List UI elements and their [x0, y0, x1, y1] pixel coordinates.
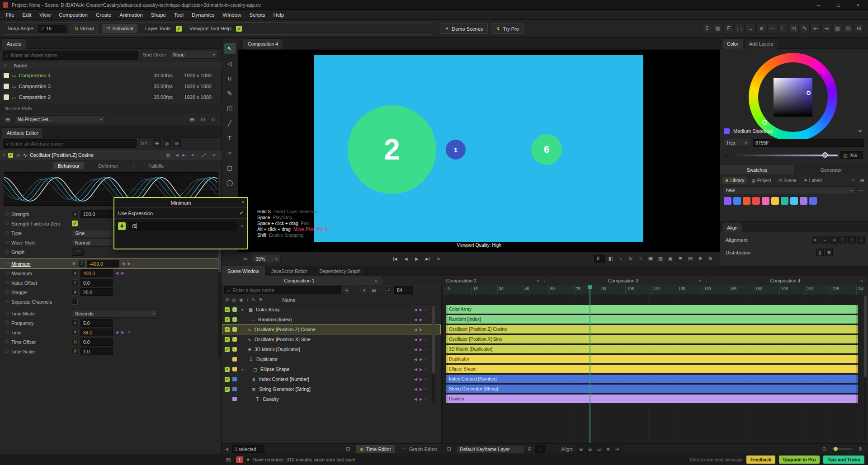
keyframe-dot-icon[interactable] [5, 321, 9, 324]
audio-icon[interactable]: ♪ [617, 254, 625, 263]
keyframe-dot-icon[interactable] [5, 241, 9, 244]
swatch-6[interactable] [781, 197, 788, 205]
popup-title-bar[interactable]: Minimum × [114, 198, 247, 208]
keyframe-dot-icon[interactable] [5, 231, 9, 235]
keyframe-dot-icon[interactable] [5, 340, 9, 343]
swatch-4[interactable] [762, 197, 769, 205]
shape-circle[interactable]: 6 [531, 134, 562, 165]
columns-icon[interactable]: ▥ [832, 23, 842, 33]
hash-badge[interactable]: # [72, 279, 79, 286]
keyframe-circle-icon[interactable]: ○ [425, 347, 427, 352]
close-icon[interactable]: × [859, 278, 864, 283]
keyframe-dot-icon[interactable] [5, 250, 9, 254]
panel-toggle-icon[interactable]: ▤ [224, 456, 232, 464]
hash-badge[interactable]: # [72, 211, 79, 217]
zoom-in-icon[interactable]: ⊕ [856, 445, 864, 453]
tips-and-tricks-button[interactable]: Tips and Tricks [823, 456, 864, 464]
menu-edit[interactable]: Edit [19, 10, 36, 20]
go-to-start-button[interactable]: |◀ [390, 254, 400, 263]
layer-row-duplicator[interactable]: ⠿Duplicator◀▶○ [222, 355, 440, 364]
prev-keyframe-arrow[interactable]: ◀ [115, 271, 119, 275]
menu-animation[interactable]: Animation [116, 10, 147, 20]
align-lines-icon[interactable]: ≡ [756, 23, 766, 33]
text-tool[interactable]: T [224, 132, 236, 144]
viewport-area[interactable]: 216 Hold SDirect Layer SelectionSpacePla… [238, 50, 720, 252]
layer-tools-checkbox[interactable]: ✓ [176, 26, 182, 32]
palette-dropdown[interactable]: new▾ [723, 186, 855, 194]
layer-row-cavalry[interactable]: TCavalry◀▶○ [222, 395, 440, 404]
layer-row-color-array[interactable]: ✓▾▦Color Array◀▶○ [222, 305, 440, 314]
enabled-checkbox[interactable]: ✓ [225, 327, 230, 332]
keyframe-circle-icon[interactable]: ○ [425, 397, 427, 401]
folder-icon[interactable]: ▤ [188, 115, 196, 123]
settings-gear-icon[interactable]: ⚙ [706, 254, 714, 263]
keyframe-dot-icon[interactable] [5, 212, 9, 216]
dropdown[interactable]: Sine▾ [72, 229, 119, 237]
next-keyframe-arrow[interactable]: ▶ [419, 377, 423, 381]
prev-keyframe-arrow[interactable]: ◀ [175, 153, 179, 157]
prev-keyframe-arrow[interactable]: ◀ [414, 377, 418, 381]
layer-color-chip[interactable] [232, 337, 237, 342]
hash-badge[interactable]: # [78, 260, 85, 267]
dropdown[interactable]: Normal▾ [72, 239, 119, 247]
demo-scenes-button[interactable]: ✦Demo Scenes [440, 23, 488, 34]
keyframe-dot-icon[interactable] [5, 331, 9, 334]
tab-generator[interactable]: Generator [794, 165, 868, 174]
next-keyframe-arrow[interactable]: ▶ [419, 357, 423, 362]
remove-keyframe-icon[interactable]: × [127, 330, 132, 335]
next-keyframe-arrow[interactable]: ▶ [419, 397, 423, 401]
next-keyframe-arrow[interactable]: ▶ [419, 318, 423, 322]
alpha-slider[interactable] [724, 151, 838, 159]
saturation-value-square[interactable] [774, 78, 812, 117]
layer-color-chip[interactable] [232, 367, 237, 371]
number-field[interactable]: 0.0 [80, 279, 113, 287]
enabled-checkbox[interactable]: ✓ [225, 337, 230, 342]
layer-color-chip[interactable] [232, 377, 237, 381]
tab-align[interactable]: Align [722, 223, 742, 232]
notification-badge[interactable]: 1 [236, 456, 243, 463]
menu-file[interactable]: File [2, 10, 19, 20]
select-tool[interactable]: ↖ [224, 43, 236, 54]
prev-keyframe-arrow[interactable]: ◀ [414, 318, 418, 322]
prev-keyframe-arrow[interactable]: ◀ [115, 330, 119, 334]
step-forward-button[interactable]: ▶| [423, 254, 433, 263]
add-icon[interactable]: ⊕ [153, 139, 161, 147]
layer-list-scrollbar[interactable] [432, 306, 435, 404]
enabled-checkbox[interactable]: ✓ [225, 376, 230, 381]
collapse-left-icon[interactable]: ◀ [225, 447, 228, 451]
card-icon[interactable]: ▤ [789, 23, 799, 33]
number-field[interactable]: -400.0 [87, 260, 119, 268]
export-arrow-icon[interactable]: → [745, 23, 755, 33]
close-button[interactable]: × [848, 0, 868, 10]
camera-tool[interactable]: ◫ [224, 103, 236, 114]
layer-row-string-generator-string[interactable]: ✓≣String Generator [String]◀▶○ [222, 385, 440, 394]
enabled-checkbox[interactable]: ✓ [225, 347, 230, 352]
individual-toggle-button[interactable]: ⊡Individual [102, 24, 137, 33]
line-tool[interactable]: ╱ [224, 117, 236, 129]
close-icon[interactable]: × [242, 199, 245, 205]
swatch-2[interactable] [743, 197, 750, 205]
next-keyframe-arrow[interactable]: ▶ [121, 330, 125, 334]
tab-assets[interactable]: Assets [2, 38, 26, 49]
asset-row[interactable]: ▭Composition 230.00fps1920 x 1080 [0, 92, 222, 103]
swatch-0[interactable] [724, 197, 731, 205]
prev-keyframe-arrow[interactable]: ◀ [414, 338, 418, 342]
try-pro-button[interactable]: ↯Try Pro [491, 23, 524, 34]
package-icon[interactable]: ⊡ [199, 115, 207, 123]
close-icon[interactable]: × [698, 278, 702, 283]
marquee-icon[interactable]: ⬚ [735, 23, 745, 33]
layer-color-chip[interactable] [232, 387, 237, 391]
tab-falloffs[interactable]: Falloffs [144, 162, 168, 169]
number-field[interactable]: 20.0 [80, 288, 113, 296]
menu-help[interactable]: Help [269, 10, 288, 20]
keyframe-dot-icon[interactable] [5, 350, 9, 353]
attribute-search-input[interactable]: ⌕ Enter an Attribute name [3, 139, 137, 148]
solo-circle-icon[interactable]: ◎ [16, 153, 20, 158]
tab-scene[interactable]: ⊡Scene [775, 177, 800, 184]
keyframe-circle-icon[interactable]: ○ [425, 327, 427, 332]
expression-input[interactable]: /5 [129, 222, 237, 230]
snap-icon[interactable]: ❖ [604, 445, 612, 453]
graph-editor-button[interactable]: ◠Graph Editor [399, 445, 441, 453]
asset-row[interactable]: ▭Composition 330.00fps1920 x 1080 [0, 81, 222, 92]
prev-keyframe-arrow[interactable]: ◀ [414, 348, 418, 352]
